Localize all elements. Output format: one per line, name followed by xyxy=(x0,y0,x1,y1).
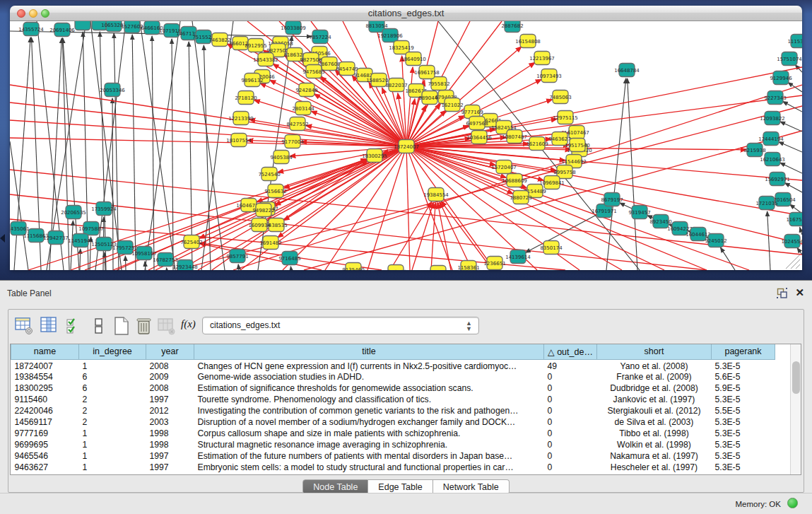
cell-pagerank[interactable]: 5.3E-5 xyxy=(712,416,775,428)
graph-node[interactable]: 9716485 xyxy=(278,252,300,265)
citation-network-graph[interactable]: 1435572420691406106532871527602646616010… xyxy=(10,21,802,270)
cell-pagerank[interactable]: 5.9E-5 xyxy=(712,382,775,394)
graph-node[interactable]: 8427552 xyxy=(286,117,308,131)
graph-edge[interactable] xyxy=(800,227,802,235)
cell-name[interactable]: 14569117 xyxy=(11,416,79,428)
cell-pagerank[interactable]: 5.3E-5 xyxy=(712,359,775,371)
table-row[interactable]: 1872400712008Changes of HCN gene express… xyxy=(11,359,775,371)
cell-short[interactable]: Yano et al. (2008) xyxy=(597,359,712,371)
graph-edge[interactable] xyxy=(785,183,802,192)
graph-node[interactable]: 19384554 xyxy=(423,188,449,201)
graph-node[interactable]: 1621022 xyxy=(441,98,463,112)
graph-node[interactable]: 2887682 xyxy=(501,21,523,33)
column-header-in_degree[interactable]: in_degree xyxy=(79,344,146,359)
cell-in_degree[interactable]: 2 xyxy=(79,416,146,428)
graph-node[interactable]: 1454911 xyxy=(427,266,449,271)
graph-node[interactable]: 1167530 xyxy=(786,213,802,226)
graph-node[interactable]: 20053346 xyxy=(100,83,125,97)
graph-node[interactable]: 1527602 xyxy=(121,21,143,33)
cell-out_de[interactable]: 0 xyxy=(544,405,597,416)
graph-node[interactable]: 1609934 xyxy=(248,218,271,232)
graph-edge[interactable] xyxy=(283,146,406,221)
graph-node[interactable]: 16154808 xyxy=(515,35,541,48)
column-header-name[interactable]: name xyxy=(11,344,79,359)
cell-title[interactable]: Investigating the contribution of common… xyxy=(194,405,544,416)
table-row[interactable]: 1830029562008Estimation of significance … xyxy=(11,382,775,394)
table-row[interactable]: 946554611997Estimation of the future num… xyxy=(11,450,775,462)
close-panel-icon[interactable]: ✕ xyxy=(795,286,804,299)
function-builder-icon[interactable]: f(x) xyxy=(181,318,201,339)
tab-network-table[interactable]: Network Table xyxy=(433,479,510,494)
cell-short[interactable]: Franke et al. (2009) xyxy=(597,371,712,382)
graph-node[interactable]: 9135460 xyxy=(342,263,364,271)
graph-node[interactable]: 9242848 xyxy=(295,83,317,97)
graph-node[interactable]: 9857791 xyxy=(226,250,248,263)
graph-node[interactable]: 7857224 xyxy=(309,30,331,44)
cell-name[interactable]: 9777169 xyxy=(11,428,79,439)
cell-out_de[interactable]: 49 xyxy=(544,359,597,371)
cell-year[interactable]: 1997 xyxy=(146,394,194,405)
graph-node[interactable]: 7625402 xyxy=(180,235,202,249)
cell-pagerank[interactable]: 5.3E-5 xyxy=(712,450,775,462)
graph-node[interactable]: 8912955 xyxy=(245,39,266,52)
table-row[interactable]: 946362711997Embryonic stem cells: a mode… xyxy=(11,462,775,473)
cell-short[interactable]: Jankovic et al. (1997) xyxy=(597,394,712,405)
cell-name[interactable]: 19384554 xyxy=(11,371,79,382)
graph-edge[interactable] xyxy=(797,248,802,255)
graph-node[interactable]: 1158361 xyxy=(457,261,479,271)
graph-node[interactable]: 9129946 xyxy=(770,71,792,85)
graph-edge[interactable] xyxy=(780,163,802,173)
cell-name[interactable]: 18300295 xyxy=(11,382,79,394)
show-hide-columns-icon[interactable] xyxy=(65,315,85,337)
table-row[interactable]: 2242004622012Investigating the contribut… xyxy=(11,405,775,416)
cell-title[interactable]: Estimation of significance thresholds fo… xyxy=(194,382,544,394)
cell-pagerank[interactable]: 5.3E-5 xyxy=(712,394,775,405)
graph-edge[interactable] xyxy=(201,21,233,270)
graph-node[interactable]: 9896132 xyxy=(241,74,263,87)
graph-edge[interactable] xyxy=(28,146,406,270)
cell-short[interactable]: Tibbo et al. (1998) xyxy=(597,428,712,439)
cell-name[interactable]: 9463627 xyxy=(11,462,79,473)
cell-short[interactable]: de Silva et al. (2003) xyxy=(597,416,712,428)
graph-edge[interactable] xyxy=(10,141,28,270)
graph-node[interactable]: 9177004 xyxy=(281,135,304,148)
graph-node[interactable]: 12213967 xyxy=(529,52,555,65)
cell-title[interactable]: Estimation of the future numbers of pati… xyxy=(194,450,544,462)
graph-edge[interactable] xyxy=(95,21,126,270)
cell-year[interactable]: 2009 xyxy=(146,371,194,382)
graph-node[interactable]: 7463822 xyxy=(208,33,230,47)
tab-node-table[interactable]: Node Table xyxy=(302,479,368,494)
cell-title[interactable]: Changes of HCN gene expression and I(f) … xyxy=(194,359,544,371)
delete-table-icon[interactable] xyxy=(134,315,154,337)
graph-edge[interactable] xyxy=(290,267,291,270)
column-header-short[interactable]: short xyxy=(597,344,712,359)
graph-edge[interactable] xyxy=(192,21,225,270)
cell-title[interactable]: Genome-wide association studies in ADHD. xyxy=(194,371,544,382)
graph-node[interactable]: 20691406 xyxy=(49,23,75,37)
cell-in_degree[interactable]: 2 xyxy=(79,405,146,416)
tab-edge-table[interactable]: Edge Table xyxy=(368,479,433,494)
create-table-icon[interactable] xyxy=(112,315,131,337)
graph-node[interactable]: 9156632 xyxy=(264,185,286,198)
cell-pagerank[interactable]: 5.3E-5 xyxy=(712,462,775,473)
cell-name[interactable]: 9465546 xyxy=(11,450,79,462)
table-row[interactable]: 1456911722003Disruption of a novel membe… xyxy=(11,416,775,428)
cell-year[interactable]: 1998 xyxy=(146,428,194,439)
column-header-out_de[interactable]: △ out_de… xyxy=(544,344,597,359)
cell-pagerank[interactable]: 5.3E-5 xyxy=(712,439,775,450)
window-titlebar[interactable]: citations_edges.txt xyxy=(10,6,802,21)
graph-node[interactable]: 6497568 xyxy=(466,117,488,130)
graph-edge[interactable] xyxy=(278,146,406,238)
cell-year[interactable]: 2003 xyxy=(146,416,194,428)
graph-node[interactable]: 18107554 xyxy=(226,134,252,147)
table-settings-icon[interactable] xyxy=(14,315,34,337)
cell-pagerank[interactable]: 5.5E-5 xyxy=(712,405,775,416)
cell-out_de[interactable]: 0 xyxy=(544,462,597,473)
graph-node[interactable]: 1358403 xyxy=(384,265,406,271)
column-header-title[interactable]: title xyxy=(194,344,544,359)
cell-year[interactable]: 1997 xyxy=(146,450,194,462)
cell-name[interactable]: 18724007 xyxy=(11,359,79,371)
graph-node[interactable]: 12213399 xyxy=(228,112,254,125)
cell-short[interactable]: Nakamura et al. (1997) xyxy=(597,450,712,462)
graph-edge[interactable] xyxy=(100,32,106,270)
